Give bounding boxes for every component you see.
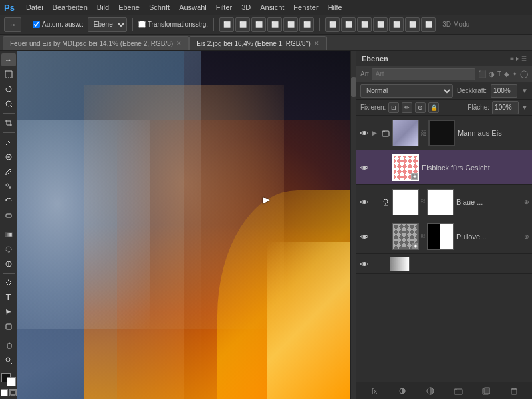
move-tool[interactable]: ↔ [1,53,16,66]
quick-mask-icon[interactable] [1,389,8,396]
spot-heal-tool[interactable] [1,150,16,164]
transform-controls-checkbox[interactable]: Transformationsstrg. [138,21,208,28]
tab-0[interactable]: Feuer und Eis by MDI.psd bei 14,1% (Eben… [3,36,189,50]
blur-tool[interactable] [1,243,16,256]
layers-panel-icon-1[interactable]: ≡ [510,55,514,62]
hand-tool[interactable] [1,339,16,352]
dodge-tool[interactable] [1,257,16,271]
layer-filter-adjust[interactable]: ◑ [489,70,495,78]
tab-0-close[interactable]: ✕ [176,40,182,47]
dist-5-btn[interactable]: ⬜ [389,17,404,32]
layer-item-3[interactable]: ◈ ⛓ ▶ Pullove... ⊕ [356,219,532,254]
menu-item-ansicht[interactable]: Ansicht [255,2,289,13]
layer-item-1[interactable]: ◈ Eisblock fürs Gesicht [356,150,532,185]
fill-arrow[interactable]: ▼ [521,104,528,111]
align-top-btn[interactable]: ⬜ [267,17,282,32]
selection-tool[interactable] [1,68,16,81]
menu-item-hilfe[interactable]: Hilfe [323,2,347,13]
layers-panel-icon-2[interactable]: ▸ [516,55,519,62]
foreground-bg-colors[interactable] [1,373,16,386]
layer-filter-text[interactable]: T [497,70,501,78]
tab-1[interactable]: Eis 2.jpg bei 16,4% (Ebene 1, RGB/8*) ✕ [189,36,327,50]
add-mask-btn[interactable] [396,384,409,398]
layer-item-4-partial[interactable] [356,254,532,274]
dist-2-btn[interactable]: ⬜ [341,17,356,32]
path-select-tool[interactable] [1,305,16,319]
menu-item-ebene[interactable]: Ebene [114,2,144,13]
layers-panel-collapse[interactable]: ☰ [521,55,527,62]
layer-item-0[interactable]: ▶ ⛓ Mann aus Eis [356,116,532,150]
fill-input[interactable] [492,101,519,114]
dist-7-btn[interactable]: ⬜ [421,17,436,32]
gradient-tool[interactable] [1,228,16,241]
auto-select-checkbox[interactable]: Autom. ausw.: [33,21,84,28]
layer-2-visibility[interactable] [359,197,370,207]
layer-3-visibility[interactable] [359,231,370,242]
create-group-btn[interactable] [452,384,465,398]
layer-4-visibility[interactable] [359,259,370,269]
menu-item-datei[interactable]: Datei [21,2,48,13]
left-toolbox: ↔ [0,51,17,399]
layer-0-thumbs: ⛓ [392,120,455,146]
menu-item-schrift[interactable]: Schrift [144,2,174,13]
layer-filter-shape[interactable]: ◆ [504,70,509,78]
screen-mode-icon[interactable] [9,389,17,396]
layer-filter-pixel[interactable]: ⬛ [478,70,486,78]
layer-0-expand[interactable]: ▶ [372,130,379,136]
layers-fix-row: Fixieren: ⊡ ✏ ⊕ 🔒 Fläche: ▼ [356,100,532,116]
align-right-btn[interactable]: ⬜ [251,17,266,32]
tab-1-close[interactable]: ✕ [314,40,319,47]
auto-select-dropdown[interactable]: Ebene [88,17,127,32]
auto-select-input[interactable] [33,21,40,28]
menu-item-filter[interactable]: Filter [211,2,237,13]
fix-icon-lock-pos[interactable]: ⊡ [388,102,399,113]
lasso-tool[interactable] [1,82,16,96]
align-mid-btn[interactable]: ⬜ [283,17,298,32]
crop-tool[interactable] [1,116,16,130]
quick-select-tool[interactable] [1,97,16,110]
dist-3-btn[interactable]: ⬜ [357,17,372,32]
blend-mode-dropdown[interactable]: Normal [360,84,453,98]
menu-item-auswahl[interactable]: Auswahl [174,2,211,13]
transform-input[interactable] [138,21,146,28]
eyedropper-tool[interactable] [1,136,16,149]
dist-6-btn[interactable]: ⬜ [405,17,420,32]
layer-filter-toggle[interactable]: ◯ [520,70,528,78]
brush-tool[interactable] [1,165,16,178]
text-tool[interactable]: T [1,291,16,304]
layer-item-2[interactable]: ⛓ Blaue ... ⊕ [356,185,532,219]
menu-item-bearbeiten[interactable]: Bearbeiten [48,2,92,13]
layer-1-visibility[interactable] [359,162,370,173]
layers-search-input[interactable] [372,68,475,80]
fix-icon-lock-art[interactable]: ⊕ [415,102,426,113]
align-left-btn[interactable]: ⬜ [219,17,234,32]
dist-1-btn[interactable]: ⬜ [325,17,340,32]
create-layer-btn[interactable] [479,384,493,398]
shape-tool[interactable] [1,320,16,333]
eraser-tool[interactable] [1,209,16,222]
move-tool-option[interactable]: ↔ [4,17,21,32]
clone-stamp-tool[interactable] [1,180,16,193]
layer-0-visibility[interactable] [359,128,370,138]
add-fx-btn[interactable]: fx [368,384,381,398]
pen-tool[interactable] [1,276,16,289]
layer-3-chain: ⛓ [420,233,426,239]
opacity-input[interactable] [491,84,517,98]
menu-item-fenster[interactable]: Fenster [289,2,323,13]
align-bottom-btn[interactable]: ⬜ [299,17,314,32]
align-center-btn[interactable]: ⬜ [235,17,250,32]
dist-4-btn[interactable]: ⬜ [373,17,388,32]
background-color[interactable] [7,377,16,386]
layer-filter-smart[interactable]: ✦ [512,70,517,78]
canvas-scrollbar[interactable] [350,51,356,399]
add-adjustment-btn[interactable] [424,384,437,398]
opacity-arrow[interactable]: ▼ [521,87,528,94]
fix-icon-lock-paint[interactable]: ✏ [402,102,412,113]
menu-item-3d[interactable]: 3D [237,2,255,13]
fix-icon-lock-all[interactable]: 🔒 [428,102,439,113]
menu-item-bild[interactable]: Bild [92,2,114,13]
history-brush-tool[interactable] [1,194,16,207]
delete-layer-btn[interactable] [507,384,521,398]
zoom-tool[interactable] [1,354,16,367]
svg-point-21 [363,166,366,169]
